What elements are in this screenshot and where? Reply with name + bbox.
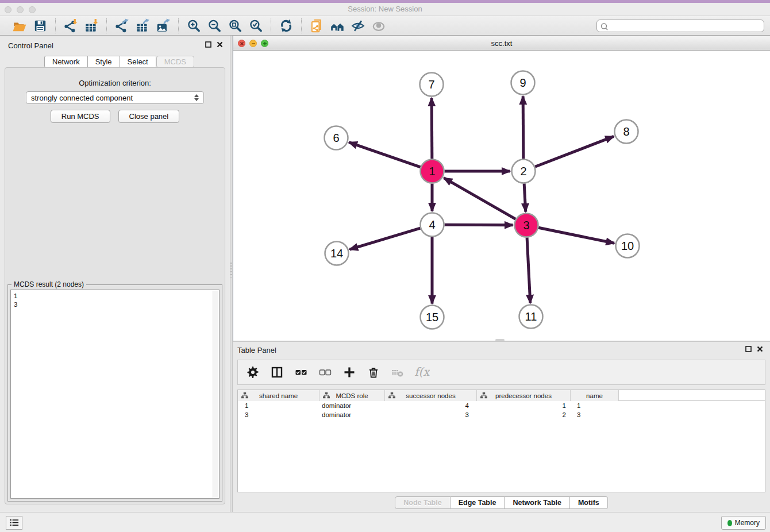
tab-select[interactable]: Select [120, 56, 156, 68]
table-cell[interactable]: 3 [238, 410, 319, 419]
settings-gear-button[interactable] [245, 364, 261, 380]
graph-edge-2-3[interactable] [524, 183, 526, 211]
hide-selected-eye-slash-button[interactable] [348, 18, 368, 34]
main-area: Control Panel NetworkStyleSelectMCDS Opt… [0, 36, 770, 512]
apply-layout-refresh-icon [279, 18, 294, 33]
tree-column-icon [323, 392, 330, 400]
graph-edge-4-3[interactable] [444, 225, 513, 225]
table-cell[interactable]: 3 [385, 410, 477, 419]
column-header-MCDS-role[interactable]: MCDS role [319, 390, 385, 401]
export-table-icon [135, 18, 150, 33]
mcds-result-text: 1 3 [11, 290, 212, 498]
memory-button[interactable]: Memory [721, 516, 766, 530]
zoom-in-icon [186, 18, 201, 33]
copy-network-button[interactable] [306, 18, 327, 34]
close-table-panel-icon[interactable] [757, 346, 763, 352]
graph-edge-1-6[interactable] [349, 142, 420, 167]
mcds-result-title: MCDS result (2 nodes) [11, 280, 86, 288]
graph-node-label-7: 7 [428, 78, 434, 91]
delete-column-button[interactable] [365, 364, 382, 380]
export-table-button[interactable] [132, 18, 153, 34]
graph-edge-2-8[interactable] [535, 136, 614, 167]
column-header-shared-name[interactable]: shared name [238, 390, 319, 401]
tab-network-table[interactable]: Network Table [505, 496, 570, 509]
control-panel-tabs: NetworkStyleSelectMCDS [44, 56, 194, 68]
import-network-icon [63, 18, 78, 33]
optimization-criterion-select[interactable]: strongly connected component [26, 91, 204, 104]
table-row[interactable]: 1dominator411 [238, 401, 765, 410]
tab-style[interactable]: Style [88, 56, 120, 68]
graph-edge-3-10[interactable] [538, 228, 614, 243]
graph-edge-4-14[interactable] [350, 228, 421, 249]
column-header-successor-nodes[interactable]: successor nodes [385, 390, 477, 401]
search-icon [599, 22, 610, 32]
table-cell[interactable]: 4 [385, 401, 477, 410]
select-all-rows-button[interactable] [293, 364, 309, 380]
float-panel-icon[interactable] [205, 41, 211, 48]
network-view-window: scc.txt 7968124314101511 [233, 36, 770, 341]
graph-edge-2-9[interactable] [523, 96, 523, 159]
zoom-fit-button[interactable] [225, 18, 245, 34]
add-column-icon [342, 365, 356, 379]
tab-network[interactable]: Network [44, 56, 88, 68]
show-hidden-eye-button[interactable] [368, 18, 389, 34]
settings-gear-icon [246, 365, 260, 379]
table-cell[interactable]: 1 [477, 401, 571, 410]
table-row[interactable]: 3dominator323 [238, 410, 765, 419]
float-table-panel-icon[interactable] [745, 346, 752, 352]
function-builder-button: f(x) [414, 364, 430, 380]
zoom-out-button[interactable] [204, 18, 225, 34]
task-history-button[interactable] [6, 516, 22, 530]
result-scrollbar[interactable] [213, 291, 218, 498]
column-header-predecessor-nodes[interactable]: predecessor nodes [477, 390, 571, 401]
splitter-handle-icon[interactable] [230, 263, 232, 277]
search-input[interactable] [596, 20, 764, 32]
tab-mcds[interactable]: MCDS [156, 56, 194, 68]
column-header-name[interactable]: name [571, 390, 619, 401]
table-cell[interactable]: dominator [319, 401, 385, 410]
table-cell[interactable]: 2 [477, 410, 571, 419]
add-column-button[interactable] [341, 364, 357, 380]
export-image-button[interactable] [153, 18, 174, 34]
save-session-button[interactable] [30, 18, 51, 34]
table-cell[interactable]: 1 [571, 401, 619, 410]
import-network-button[interactable] [60, 18, 81, 34]
window-title: Session: New Session [0, 5, 770, 13]
graph-node-label-14: 14 [330, 247, 343, 260]
apply-layout-refresh-button[interactable] [276, 18, 297, 34]
graph-edge-1-7[interactable] [432, 98, 432, 159]
table-panel-tabs: Node TableEdge TableNetwork TableMotifs [233, 496, 770, 509]
close-panel-icon[interactable] [217, 41, 223, 48]
list-icon [9, 518, 20, 528]
tab-edge-table[interactable]: Edge Table [451, 496, 505, 509]
control-panel-title: Control Panel [8, 41, 53, 50]
delete-column-icon [367, 365, 380, 379]
run-mcds-button[interactable]: Run MCDS [51, 110, 110, 123]
tab-node-table[interactable]: Node Table [395, 496, 450, 509]
table-cell[interactable]: 3 [571, 410, 619, 419]
graph-edge-3-1[interactable] [444, 178, 515, 219]
export-network-button[interactable] [111, 18, 132, 34]
zoom-in-button[interactable] [183, 18, 204, 34]
zoom-selected-button[interactable] [245, 18, 266, 34]
graph-node-label-3: 3 [523, 219, 529, 232]
status-bar: Memory [0, 512, 770, 532]
table-cell[interactable]: 1 [238, 401, 319, 410]
node-table: shared name MCDS role successor nodes pr… [237, 390, 765, 492]
import-table-button[interactable] [81, 18, 102, 34]
close-panel-button[interactable]: Close panel [118, 110, 180, 123]
open-folder-icon [12, 18, 27, 33]
table-toolbar: f(x) [237, 360, 765, 385]
mcds-result-box[interactable]: 1 3 [10, 290, 220, 499]
svg-text:f(x): f(x) [414, 365, 430, 379]
hide-selected-eye-slash-icon [351, 18, 365, 33]
column-visibility-icon [270, 365, 284, 379]
network-canvas[interactable]: 7968124314101511 [233, 51, 770, 341]
first-neighbors-button[interactable] [327, 18, 348, 34]
graph-edge-3-11[interactable] [527, 237, 530, 303]
table-cell[interactable]: dominator [319, 410, 385, 419]
open-folder-button[interactable] [9, 18, 30, 34]
deselect-all-rows-button[interactable] [317, 364, 333, 380]
column-visibility-button[interactable] [269, 364, 285, 380]
tab-motifs[interactable]: Motifs [570, 496, 608, 509]
